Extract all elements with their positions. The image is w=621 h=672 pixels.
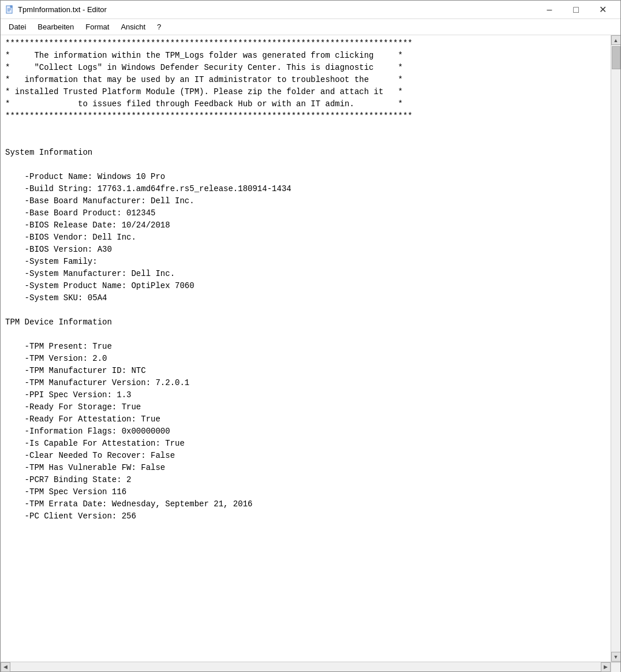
window-controls: – □ ✕ bbox=[536, 1, 616, 19]
hscroll-track bbox=[10, 662, 601, 671]
vertical-scrollbar: ▲ ▼ bbox=[611, 35, 620, 662]
scroll-left-button[interactable]: ◀ bbox=[1, 662, 10, 672]
title-bar: TpmInformation.txt - Editor – □ ✕ bbox=[1, 1, 620, 19]
scroll-right-button[interactable]: ▶ bbox=[601, 662, 611, 672]
scroll-down-button[interactable]: ▼ bbox=[611, 652, 621, 662]
minimize-button[interactable]: – bbox=[536, 1, 563, 19]
menu-format[interactable]: Format bbox=[80, 19, 115, 35]
menu-help[interactable]: ? bbox=[151, 19, 167, 35]
menu-ansicht[interactable]: Ansicht bbox=[115, 19, 151, 35]
content-area: ****************************************… bbox=[1, 35, 620, 662]
menu-bar: Datei Bearbeiten Format Ansicht ? bbox=[1, 19, 620, 35]
horizontal-scrollbar: ◀ ▶ bbox=[1, 662, 620, 671]
app-icon bbox=[5, 5, 14, 14]
close-button[interactable]: ✕ bbox=[589, 1, 616, 19]
scroll-thumb-area bbox=[611, 45, 620, 652]
scroll-up-button[interactable]: ▲ bbox=[611, 35, 621, 45]
main-window: TpmInformation.txt - Editor – □ ✕ Datei … bbox=[0, 0, 621, 672]
scrollbar-corner bbox=[611, 662, 620, 672]
scroll-thumb[interactable] bbox=[612, 46, 620, 69]
window-title: TpmInformation.txt - Editor bbox=[18, 5, 536, 14]
menu-bearbeiten[interactable]: Bearbeiten bbox=[32, 19, 80, 35]
text-editor[interactable]: ****************************************… bbox=[1, 35, 611, 662]
maximize-button[interactable]: □ bbox=[563, 1, 589, 19]
menu-datei[interactable]: Datei bbox=[3, 19, 32, 35]
